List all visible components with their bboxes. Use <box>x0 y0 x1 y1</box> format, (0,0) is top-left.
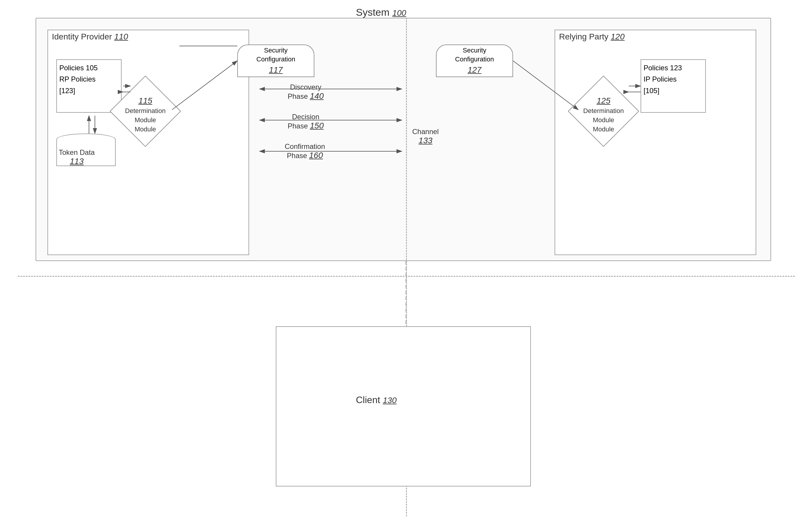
policies-idp-text: Policies 105 RP Policies [123] <box>59 62 119 96</box>
token-data-label: Token Data 113 <box>59 148 95 166</box>
policies-rp-box: Policies 123 IP Policies [105] <box>641 59 706 113</box>
client-label: Client 130 <box>356 395 397 405</box>
determination-module-idp-text: 115 Determination Module Module <box>122 95 168 134</box>
decision-phase-label: Decision Phase 150 <box>288 113 324 131</box>
dashed-separator <box>18 276 795 277</box>
confirmation-phase-label: Confirmation Phase 160 <box>285 142 325 160</box>
determination-module-idp-diamond: 115 Determination Module Module <box>120 86 171 137</box>
security-config-117-text: Security Configuration 117 <box>257 46 295 76</box>
system-title: System 100 <box>356 6 406 18</box>
security-config-127: Security Configuration 127 <box>436 45 513 77</box>
client-box <box>276 326 531 486</box>
idp-label: Identity Provider 110 <box>52 32 128 41</box>
determination-module-rp-diamond: 125 Determination Module Module <box>578 86 629 137</box>
security-config-117: Security Configuration 117 <box>237 45 314 77</box>
determination-module-rp-text: 125 Determination Module Module <box>581 95 626 134</box>
channel-label: Channel 133 <box>412 127 439 145</box>
security-config-127-text: Security Configuration 127 <box>455 46 494 76</box>
rp-label: Relying Party 120 <box>559 32 625 41</box>
diagram-container: System 100 Identity Provider 110 Relying… <box>0 0 812 517</box>
policies-idp-box: Policies 105 RP Policies [123] <box>56 59 122 113</box>
policies-rp-text: Policies 123 IP Policies [105] <box>643 62 703 96</box>
discovery-phase-label: Discovery Phase 140 <box>288 83 324 101</box>
